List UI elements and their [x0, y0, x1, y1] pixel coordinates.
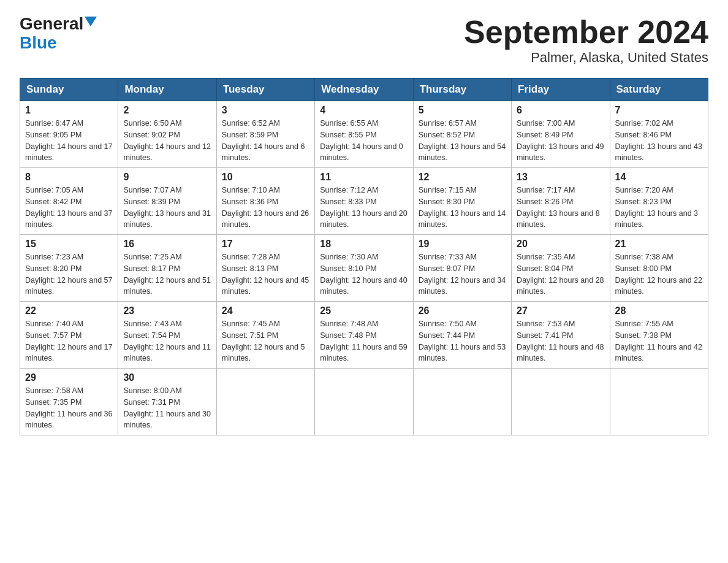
day-cell: 14Sunrise: 7:20 AMSunset: 8:23 PMDayligh… — [610, 168, 708, 235]
calendar-subtitle: Palmer, Alaska, United States — [464, 50, 708, 66]
day-info: Sunrise: 7:02 AMSunset: 8:46 PMDaylight:… — [615, 118, 703, 164]
day-info: Sunrise: 7:07 AMSunset: 8:39 PMDaylight:… — [123, 185, 211, 231]
day-info: Sunrise: 8:00 AMSunset: 7:31 PMDaylight:… — [123, 385, 211, 431]
day-cell: 15Sunrise: 7:23 AMSunset: 8:20 PMDayligh… — [20, 235, 118, 302]
calendar-header-row: SundayMondayTuesdayWednesdayThursdayFrid… — [20, 79, 708, 101]
day-cell: 25Sunrise: 7:48 AMSunset: 7:48 PMDayligh… — [315, 302, 413, 369]
day-number: 4 — [320, 105, 408, 116]
day-info: Sunrise: 7:15 AMSunset: 8:30 PMDaylight:… — [419, 185, 506, 231]
day-cell: 21Sunrise: 7:38 AMSunset: 8:00 PMDayligh… — [610, 235, 708, 302]
day-info: Sunrise: 7:30 AMSunset: 8:10 PMDaylight:… — [320, 251, 408, 297]
day-cell — [512, 369, 610, 435]
logo: General Blue — [20, 15, 97, 53]
day-info: Sunrise: 7:20 AMSunset: 8:23 PMDaylight:… — [615, 185, 703, 231]
day-info: Sunrise: 7:10 AMSunset: 8:36 PMDaylight:… — [222, 185, 309, 231]
day-cell — [315, 369, 413, 435]
day-cell: 7Sunrise: 7:02 AMSunset: 8:46 PMDaylight… — [610, 101, 708, 168]
logo-blue: Blue — [20, 34, 57, 53]
day-number: 16 — [123, 239, 211, 250]
day-cell: 6Sunrise: 7:00 AMSunset: 8:49 PMDaylight… — [512, 101, 610, 168]
day-cell: 1Sunrise: 6:47 AMSunset: 9:05 PMDaylight… — [20, 101, 118, 168]
header-sunday: Sunday — [20, 79, 118, 101]
day-cell: 5Sunrise: 6:57 AMSunset: 8:52 PMDaylight… — [413, 101, 511, 168]
day-number: 1 — [25, 105, 113, 116]
day-cell: 16Sunrise: 7:25 AMSunset: 8:17 PMDayligh… — [118, 235, 216, 302]
day-cell: 30Sunrise: 8:00 AMSunset: 7:31 PMDayligh… — [118, 369, 216, 435]
day-number: 29 — [25, 372, 113, 383]
day-info: Sunrise: 7:45 AMSunset: 7:51 PMDaylight:… — [222, 318, 309, 364]
day-info: Sunrise: 7:40 AMSunset: 7:57 PMDaylight:… — [25, 318, 113, 364]
day-number: 30 — [123, 372, 211, 383]
day-info: Sunrise: 7:28 AMSunset: 8:13 PMDaylight:… — [222, 251, 309, 297]
day-number: 19 — [419, 239, 506, 250]
day-cell — [610, 369, 708, 435]
day-cell: 27Sunrise: 7:53 AMSunset: 7:41 PMDayligh… — [512, 302, 610, 369]
day-cell: 28Sunrise: 7:55 AMSunset: 7:38 PMDayligh… — [610, 302, 708, 369]
day-cell: 11Sunrise: 7:12 AMSunset: 8:33 PMDayligh… — [315, 168, 413, 235]
day-number: 18 — [320, 239, 408, 250]
day-info: Sunrise: 7:17 AMSunset: 8:26 PMDaylight:… — [517, 185, 604, 231]
day-number: 14 — [615, 172, 703, 183]
day-cell: 4Sunrise: 6:55 AMSunset: 8:55 PMDaylight… — [315, 101, 413, 168]
day-number: 15 — [25, 239, 113, 250]
day-cell: 20Sunrise: 7:35 AMSunset: 8:04 PMDayligh… — [512, 235, 610, 302]
header-saturday: Saturday — [610, 79, 708, 101]
day-info: Sunrise: 6:50 AMSunset: 9:02 PMDaylight:… — [123, 118, 211, 164]
week-row-2: 8Sunrise: 7:05 AMSunset: 8:42 PMDaylight… — [20, 168, 708, 235]
day-info: Sunrise: 7:33 AMSunset: 8:07 PMDaylight:… — [419, 251, 506, 297]
header-wednesday: Wednesday — [315, 79, 413, 101]
week-row-3: 15Sunrise: 7:23 AMSunset: 8:20 PMDayligh… — [20, 235, 708, 302]
header-friday: Friday — [512, 79, 610, 101]
day-number: 25 — [320, 305, 408, 316]
day-cell: 13Sunrise: 7:17 AMSunset: 8:26 PMDayligh… — [512, 168, 610, 235]
logo-triangle-icon — [85, 17, 97, 26]
day-cell — [413, 369, 511, 435]
day-cell: 2Sunrise: 6:50 AMSunset: 9:02 PMDaylight… — [118, 101, 216, 168]
day-cell: 18Sunrise: 7:30 AMSunset: 8:10 PMDayligh… — [315, 235, 413, 302]
day-cell: 29Sunrise: 7:58 AMSunset: 7:35 PMDayligh… — [20, 369, 118, 435]
header-thursday: Thursday — [413, 79, 511, 101]
day-cell — [216, 369, 314, 435]
logo-general: General — [20, 15, 83, 34]
day-number: 22 — [25, 305, 113, 316]
day-info: Sunrise: 7:12 AMSunset: 8:33 PMDaylight:… — [320, 185, 408, 231]
day-info: Sunrise: 7:43 AMSunset: 7:54 PMDaylight:… — [123, 318, 211, 364]
day-cell: 26Sunrise: 7:50 AMSunset: 7:44 PMDayligh… — [413, 302, 511, 369]
day-info: Sunrise: 7:23 AMSunset: 8:20 PMDaylight:… — [25, 251, 113, 297]
header-tuesday: Tuesday — [216, 79, 314, 101]
day-info: Sunrise: 7:38 AMSunset: 8:00 PMDaylight:… — [615, 251, 703, 297]
day-info: Sunrise: 7:58 AMSunset: 7:35 PMDaylight:… — [25, 385, 113, 431]
day-cell: 22Sunrise: 7:40 AMSunset: 7:57 PMDayligh… — [20, 302, 118, 369]
day-number: 9 — [123, 172, 211, 183]
day-info: Sunrise: 7:00 AMSunset: 8:49 PMDaylight:… — [517, 118, 604, 164]
day-info: Sunrise: 7:48 AMSunset: 7:48 PMDaylight:… — [320, 318, 408, 364]
day-info: Sunrise: 7:05 AMSunset: 8:42 PMDaylight:… — [25, 185, 113, 231]
day-cell: 17Sunrise: 7:28 AMSunset: 8:13 PMDayligh… — [216, 235, 314, 302]
day-info: Sunrise: 6:47 AMSunset: 9:05 PMDaylight:… — [25, 118, 113, 164]
day-cell: 10Sunrise: 7:10 AMSunset: 8:36 PMDayligh… — [216, 168, 314, 235]
day-number: 12 — [419, 172, 506, 183]
day-number: 26 — [419, 305, 506, 316]
day-info: Sunrise: 6:55 AMSunset: 8:55 PMDaylight:… — [320, 118, 408, 164]
calendar-title: September 2024 — [464, 15, 708, 50]
day-number: 8 — [25, 172, 113, 183]
day-number: 3 — [222, 105, 309, 116]
day-number: 5 — [419, 105, 506, 116]
day-number: 24 — [222, 305, 309, 316]
day-number: 11 — [320, 172, 408, 183]
day-number: 17 — [222, 239, 309, 250]
day-cell: 12Sunrise: 7:15 AMSunset: 8:30 PMDayligh… — [413, 168, 511, 235]
day-info: Sunrise: 7:55 AMSunset: 7:38 PMDaylight:… — [615, 318, 703, 364]
day-cell: 19Sunrise: 7:33 AMSunset: 8:07 PMDayligh… — [413, 235, 511, 302]
day-cell: 8Sunrise: 7:05 AMSunset: 8:42 PMDaylight… — [20, 168, 118, 235]
day-info: Sunrise: 6:52 AMSunset: 8:59 PMDaylight:… — [222, 118, 309, 164]
day-number: 21 — [615, 239, 703, 250]
day-cell: 24Sunrise: 7:45 AMSunset: 7:51 PMDayligh… — [216, 302, 314, 369]
week-row-1: 1Sunrise: 6:47 AMSunset: 9:05 PMDaylight… — [20, 101, 708, 168]
day-info: Sunrise: 7:35 AMSunset: 8:04 PMDaylight:… — [517, 251, 604, 297]
day-info: Sunrise: 7:50 AMSunset: 7:44 PMDaylight:… — [419, 318, 506, 364]
day-info: Sunrise: 6:57 AMSunset: 8:52 PMDaylight:… — [419, 118, 506, 164]
day-info: Sunrise: 7:25 AMSunset: 8:17 PMDaylight:… — [123, 251, 211, 297]
week-row-4: 22Sunrise: 7:40 AMSunset: 7:57 PMDayligh… — [20, 302, 708, 369]
header-monday: Monday — [118, 79, 216, 101]
